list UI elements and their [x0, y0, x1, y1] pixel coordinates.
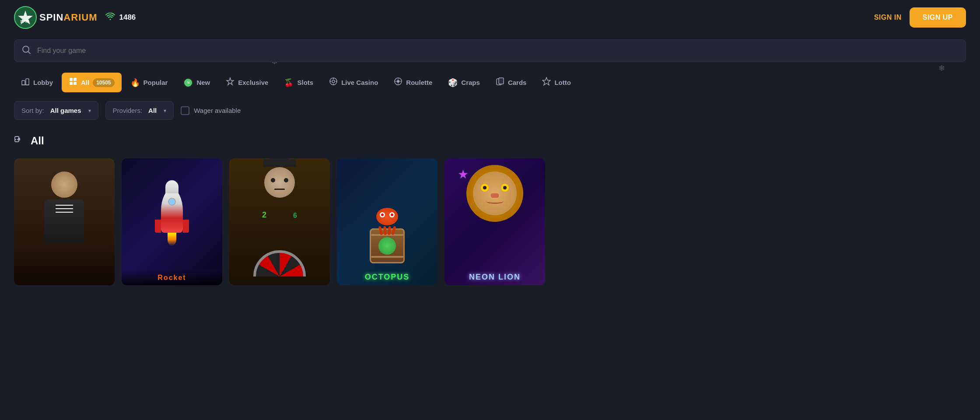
- all-icon: [69, 77, 77, 88]
- header-left: SPIN SPINARIUM 1486: [14, 6, 136, 29]
- svg-rect-9: [74, 78, 77, 81]
- game-card[interactable]: 2 6: [229, 158, 330, 285]
- popular-icon: 🔥: [130, 78, 140, 88]
- header: SPIN SPINARIUM 1486 SIGN IN SIGN UP: [0, 0, 980, 35]
- craps-label: Craps: [461, 79, 480, 86]
- header-right: SIGN IN SIGN UP: [874, 7, 966, 28]
- section-icon: [14, 134, 25, 148]
- search-input[interactable]: [14, 39, 966, 62]
- all-count-badge: 10505: [93, 78, 114, 87]
- live-casino-label: Live Casino: [341, 79, 378, 86]
- svg-rect-10: [70, 82, 73, 85]
- sidebar-item-craps[interactable]: 🎲 Craps: [441, 74, 487, 92]
- sidebar-item-slots[interactable]: 🍒 Slots: [277, 74, 320, 92]
- popular-label: Popular: [144, 79, 168, 86]
- all-label: All: [81, 79, 89, 86]
- search-container: [14, 39, 966, 62]
- svg-point-14: [332, 80, 335, 83]
- svg-rect-29: [18, 138, 20, 140]
- game-card[interactable]: ★: [444, 158, 545, 285]
- nav-tabs: Lobby All 10505 🔥 Popular N New: [0, 69, 980, 98]
- wager-checkbox-box: [181, 106, 189, 115]
- filter-row: Sort by: All games ▾ Providers: All ▾ Wa…: [0, 98, 980, 130]
- svg-rect-6: [26, 79, 29, 85]
- exclusive-icon: [226, 77, 234, 88]
- svg-point-20: [397, 80, 399, 83]
- sort-chevron-icon: ▾: [88, 108, 91, 114]
- new-icon: N: [183, 78, 193, 88]
- sidebar-item-lobby[interactable]: Lobby: [14, 73, 60, 92]
- wifi-badge: 1486: [105, 13, 136, 23]
- svg-line-4: [28, 52, 31, 54]
- sidebar-item-all[interactable]: All 10505: [62, 73, 122, 92]
- new-label: New: [196, 79, 210, 86]
- sort-dropdown[interactable]: Sort by: All games ▾: [14, 101, 98, 120]
- svg-rect-11: [74, 82, 77, 85]
- craps-icon: 🎲: [448, 78, 458, 88]
- cards-icon: [496, 77, 504, 88]
- game-card[interactable]: OCTOPUS: [337, 158, 438, 285]
- wifi-icon: [105, 13, 116, 23]
- logo[interactable]: SPIN SPINARIUM: [14, 6, 97, 29]
- sidebar-item-new[interactable]: N New: [176, 74, 217, 92]
- lobby-icon: [21, 77, 30, 88]
- wager-label: Wager available: [194, 107, 241, 114]
- wager-available-checkbox[interactable]: Wager available: [181, 106, 241, 115]
- providers-label: Providers:: [113, 107, 143, 114]
- providers-chevron-icon: ▾: [164, 108, 166, 114]
- exclusive-label: Exclusive: [238, 79, 268, 86]
- lotto-label: Lotto: [554, 79, 570, 86]
- providers-dropdown[interactable]: Providers: All ▾: [105, 101, 174, 120]
- sort-value: All games: [50, 107, 81, 114]
- sidebar-item-popular[interactable]: 🔥 Popular: [123, 74, 175, 92]
- providers-value: All: [148, 107, 157, 114]
- sidebar-item-exclusive[interactable]: Exclusive: [219, 73, 275, 92]
- section-title: All: [31, 135, 44, 147]
- roulette-label: Roulette: [406, 79, 432, 86]
- svg-rect-8: [70, 78, 73, 81]
- slots-icon: 🍒: [284, 78, 294, 88]
- sign-in-button[interactable]: SIGN IN: [874, 14, 902, 21]
- lobby-label: Lobby: [33, 79, 53, 86]
- lotto-icon: [542, 77, 551, 88]
- sidebar-item-cards[interactable]: Cards: [489, 73, 534, 92]
- section-header: All: [0, 130, 980, 158]
- sort-label: Sort by:: [21, 107, 44, 114]
- logo-icon: SPIN: [14, 6, 37, 29]
- game-card[interactable]: [14, 158, 115, 285]
- cards-label: Cards: [508, 79, 527, 86]
- svg-rect-30: [15, 139, 16, 140]
- logo-text: SPINARIUM: [39, 12, 97, 23]
- search-icon: [22, 46, 31, 56]
- sign-up-button[interactable]: SIGN UP: [910, 7, 966, 28]
- roulette-icon: [394, 77, 402, 88]
- games-grid: Rocket: [0, 158, 980, 285]
- sidebar-item-live-casino[interactable]: Live Casino: [322, 73, 385, 92]
- wifi-count: 1486: [119, 13, 136, 22]
- game-card[interactable]: Rocket: [122, 158, 222, 285]
- slots-label: Slots: [297, 79, 313, 86]
- svg-rect-26: [499, 78, 504, 84]
- svg-rect-31: [17, 139, 18, 140]
- svg-text:SPIN: SPIN: [20, 19, 29, 24]
- sidebar-item-lotto[interactable]: Lotto: [535, 73, 578, 92]
- live-casino-icon: [329, 77, 338, 88]
- svg-rect-5: [22, 80, 25, 85]
- sidebar-item-roulette[interactable]: Roulette: [387, 73, 439, 92]
- svg-marker-12: [227, 78, 234, 85]
- svg-marker-27: [542, 77, 550, 85]
